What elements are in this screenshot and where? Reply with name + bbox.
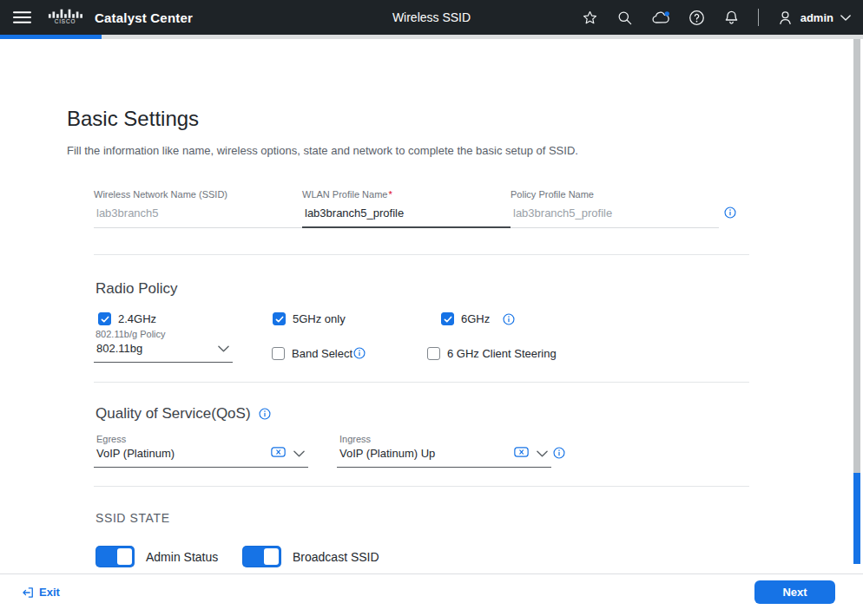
admin-status-label: Admin Status (146, 550, 218, 564)
page-title: Wireless SSID (392, 0, 471, 35)
broadcast-ssid-toggle[interactable] (242, 546, 281, 567)
section-divider (94, 382, 749, 383)
radio-policy-heading: Radio Policy (96, 280, 178, 298)
main-content: Basic Settings Fill the information like… (0, 39, 863, 573)
exit-icon (22, 587, 34, 599)
checkbox-6ghz-client-steering[interactable]: 6 GHz Client Steering (427, 347, 557, 360)
checkbox-label: 2.4GHz (118, 312, 156, 325)
app-root: CISCO Catalyst Center Wireless SSID (0, 0, 863, 616)
wizard-footer: Exit Next (0, 573, 863, 616)
chevron-down-icon (840, 15, 851, 21)
cloud-status-icon[interactable] (651, 10, 670, 26)
checkbox-label: 5GHz only (293, 312, 346, 325)
checkbox-box (273, 312, 286, 325)
select-value: VoIP (Platinum) (96, 447, 175, 460)
brand[interactable]: CISCO Catalyst Center (47, 7, 193, 28)
policy-802-label: 802.11b/g Policy (96, 329, 166, 339)
section-title: Basic Settings (67, 107, 199, 131)
exit-label: Exit (39, 586, 60, 599)
section-divider (94, 486, 749, 487)
clear-icon[interactable] (514, 447, 529, 460)
chevron-down-icon (218, 342, 229, 355)
svg-text:CISCO: CISCO (55, 18, 76, 24)
policy-802-select[interactable]: 802.11bg (94, 342, 233, 363)
product-name: Catalyst Center (95, 10, 193, 25)
checkbox-box (98, 312, 111, 325)
qos-heading: Quality of Service(QoS) (96, 405, 271, 423)
help-icon[interactable] (688, 10, 705, 26)
select-value: VoIP (Platinum) Up (339, 447, 435, 460)
star-icon[interactable] (582, 10, 598, 26)
scrollbar-track[interactable] (853, 39, 860, 473)
search-icon[interactable] (616, 10, 633, 26)
checkbox-band-select[interactable]: Band Select (272, 347, 352, 360)
chevron-down-icon (537, 447, 548, 460)
header-left: CISCO Catalyst Center (11, 7, 193, 28)
ingress-select[interactable]: VoIP (Platinum) Up (337, 447, 551, 468)
wlan-profile-input[interactable]: lab3branch5_profile (302, 206, 511, 228)
info-icon[interactable] (724, 206, 736, 219)
clear-icon[interactable] (271, 447, 286, 460)
checkbox-label: 6 GHz Client Steering (447, 347, 557, 360)
info-icon[interactable] (259, 408, 271, 420)
ingress-label: Ingress (339, 434, 371, 444)
next-button[interactable]: Next (754, 580, 835, 604)
ssid-input[interactable]: lab3branch5 (94, 206, 302, 228)
ssid-state-heading: SSID STATE (96, 511, 170, 525)
broadcast-ssid-label: Broadcast SSID (293, 550, 379, 564)
info-icon[interactable] (353, 347, 366, 359)
user-icon (777, 10, 794, 26)
admin-status-toggle[interactable] (96, 546, 135, 567)
select-value: 802.11bg (96, 342, 142, 355)
info-icon[interactable] (553, 447, 565, 459)
checkbox-2-4ghz[interactable]: 2.4GHz (98, 312, 156, 325)
checkbox-box (272, 347, 285, 360)
user-name: admin (800, 11, 833, 24)
field-label: Wireless Network Name (SSID) (94, 189, 302, 200)
cisco-logo-icon: CISCO (47, 7, 83, 28)
field-wlan-profile-name: WLAN Profile Name* lab3branch5_profile (302, 189, 511, 228)
header-right: admin (582, 9, 851, 26)
checkbox-box (427, 347, 440, 360)
required-asterisk: * (388, 189, 392, 200)
field-label: Policy Profile Name (511, 189, 719, 200)
chevron-down-icon (293, 447, 305, 460)
top-header: CISCO Catalyst Center Wireless SSID (0, 0, 863, 35)
toggle-knob (117, 548, 132, 565)
policy-profile-input[interactable]: lab3branch5_profile (511, 206, 719, 228)
bell-icon[interactable] (723, 10, 740, 26)
checkbox-label: Band Select (292, 347, 352, 360)
section-divider (94, 254, 749, 255)
checkbox-label: 6GHz (461, 312, 490, 325)
checkbox-box (441, 312, 454, 325)
scrollbar-thumb[interactable] (853, 473, 860, 564)
user-menu[interactable]: admin (777, 10, 851, 26)
egress-select[interactable]: VoIP (Platinum) (94, 447, 308, 468)
menu-icon[interactable] (11, 9, 33, 26)
info-icon[interactable] (503, 313, 515, 325)
field-label: WLAN Profile Name* (302, 189, 511, 200)
checkbox-5ghz-only[interactable]: 5GHz only (273, 312, 346, 325)
egress-label: Egress (96, 434, 126, 444)
exit-button[interactable]: Exit (22, 586, 60, 599)
checkbox-6ghz[interactable]: 6GHz (441, 312, 490, 325)
field-wireless-network-name: Wireless Network Name (SSID) lab3branch5 (94, 189, 302, 228)
field-policy-profile-name: Policy Profile Name lab3branch5_profile (511, 189, 719, 228)
header-divider (758, 9, 759, 26)
section-subtitle: Fill the information like name, wireless… (67, 144, 578, 157)
toggle-knob (264, 548, 279, 565)
